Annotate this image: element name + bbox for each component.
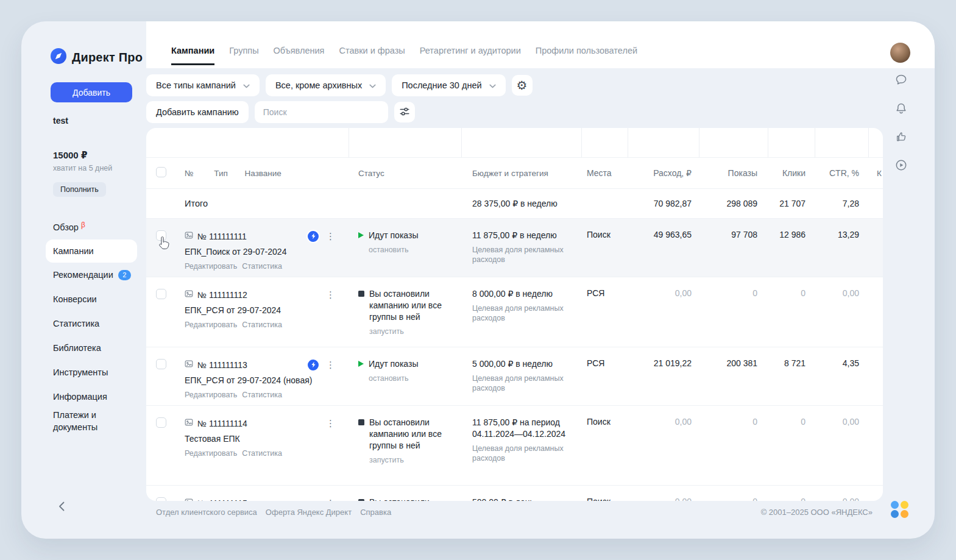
edit-link[interactable]: Редактировать — [185, 321, 237, 329]
footer-link-offer[interactable]: Оферта Яндекс Директ — [266, 508, 352, 517]
header-ctr: CTR, % — [815, 168, 868, 178]
edit-link[interactable]: Редактировать — [185, 262, 237, 271]
statistics-link[interactable]: Статистика — [242, 391, 282, 399]
status-action-link[interactable]: запустить — [369, 456, 456, 464]
add-button[interactable]: Добавить — [51, 82, 132, 102]
footer-link-help[interactable]: Справка — [360, 508, 391, 517]
sidebar-item-overview[interactable]: Обзор β — [51, 215, 143, 239]
tab-campaigns[interactable]: Кампании — [171, 46, 214, 65]
sidebar-item-conversions[interactable]: Конверсии — [51, 287, 143, 311]
stopped-status-icon — [358, 291, 364, 297]
status-action-link[interactable]: остановить — [369, 374, 418, 383]
campaign-number: № 111111111 — [197, 232, 247, 241]
topup-button[interactable]: Пополнить — [53, 182, 106, 197]
places-value: Поиск — [581, 406, 628, 427]
sidebar-collapse-button[interactable] — [54, 500, 69, 514]
header-clicks: Клики — [768, 168, 815, 178]
clicks-value: 0 — [768, 406, 815, 427]
campaign-type-filter[interactable]: Все типы кампаний — [146, 74, 260, 96]
sidebar-item-tools[interactable]: Инструменты — [51, 360, 143, 385]
tab-bids-phrases[interactable]: Ставки и фразы — [339, 46, 405, 65]
emoji-orange-icon — [901, 510, 908, 518]
right-rail — [894, 74, 908, 173]
edit-link[interactable]: Редактировать — [185, 391, 237, 399]
edit-link[interactable]: Редактировать — [185, 449, 237, 458]
gear-icon: ⚙ — [517, 79, 528, 91]
campaign-row: № 111111112 ⋮ ЕПК_РСЯ от 29-07-2024 Реда… — [146, 277, 883, 347]
row-menu-button[interactable]: ⋮ — [326, 232, 335, 241]
campaign-row: № 111111111 ⋮ ЕПК_Поиск от 29-07-2024 Ре… — [146, 219, 883, 277]
notifications-button[interactable] — [895, 102, 907, 116]
status-action-link[interactable]: запустить — [369, 327, 456, 336]
row-checkbox[interactable] — [156, 497, 166, 501]
campaign-name[interactable]: ЕПК_Поиск от 29-07-2024 — [185, 247, 342, 257]
app-title: Директ Про — [72, 51, 143, 65]
balance-note: хватит на 5 дней — [51, 164, 143, 172]
row-menu-button[interactable]: ⋮ — [326, 361, 335, 369]
select-all-checkbox[interactable] — [156, 167, 166, 177]
campaign-row: № 111111114 ⋮ Тестовая ЕПК Редактировать… — [146, 406, 883, 486]
sidebar-item-recommendations[interactable]: Рекомендации 2 — [51, 263, 143, 287]
clicks-value: 0 — [768, 486, 815, 501]
search-input[interactable] — [255, 101, 388, 123]
row-checkbox[interactable] — [156, 289, 166, 299]
video-help-button[interactable] — [895, 159, 907, 173]
row-menu-button[interactable]: ⋮ — [326, 419, 335, 428]
campaign-name[interactable]: Тестовая ЕПК — [185, 434, 342, 444]
ctr-value: 0,00 — [815, 406, 868, 427]
stopped-status-icon — [358, 419, 364, 425]
campaign-type-icon — [185, 289, 193, 300]
account-name[interactable]: test — [51, 116, 143, 126]
feedback-button[interactable] — [896, 131, 907, 144]
status-text: Вы остановили кампанию или все группы в … — [369, 288, 456, 323]
campaign-type-icon — [185, 418, 193, 429]
running-status-icon — [358, 232, 364, 238]
statistics-link[interactable]: Статистика — [242, 321, 282, 329]
sidebar-item-information[interactable]: Информация — [51, 385, 143, 409]
strategy-text: Целевая доля рекламных расходов — [472, 246, 573, 264]
boost-badge-icon — [306, 230, 320, 243]
shows-value: 0 — [699, 277, 768, 298]
screen: Директ Про Добавить test 15000 ₽ хватит … — [0, 0, 956, 560]
chevron-down-icon — [369, 80, 376, 90]
spend-value: 0,00 — [628, 277, 699, 298]
archive-filter[interactable]: Все, кроме архивных — [266, 74, 386, 96]
emoji-widget[interactable] — [891, 501, 909, 518]
tab-groups[interactable]: Группы — [229, 46, 258, 65]
row-menu-button[interactable]: ⋮ — [326, 291, 335, 299]
strategy-text: Целевая доля рекламных расходов — [472, 444, 573, 463]
row-checkbox[interactable] — [156, 359, 166, 369]
statistics-link[interactable]: Статистика — [242, 262, 282, 271]
totals-label: Итого — [175, 199, 349, 208]
clicks-value: 8 721 — [768, 347, 815, 368]
beta-marker: β — [81, 219, 85, 231]
period-filter[interactable]: Последние 30 дней — [392, 74, 505, 96]
tab-user-profiles[interactable]: Профили пользователей — [536, 46, 637, 65]
tab-ads[interactable]: Объявления — [274, 46, 325, 65]
places-value: Поиск — [581, 486, 628, 501]
sidebar-item-statistics[interactable]: Статистика — [51, 311, 143, 336]
tab-retargeting[interactable]: Ретаргетинг и аудитории — [420, 46, 521, 65]
campaign-name[interactable]: ЕПК_РСЯ от 29-07-2024 (новая) — [185, 375, 342, 385]
campaign-number: № 111111115 — [197, 498, 247, 502]
status-action-link[interactable]: остановить — [369, 246, 418, 254]
sidebar-menu: Обзор β Кампании Рекомендации 2 Конверси… — [51, 215, 143, 433]
row-checkbox[interactable] — [156, 417, 166, 428]
row-checkbox[interactable] — [156, 230, 166, 241]
sidebar-item-library[interactable]: Библиотека — [51, 336, 143, 360]
chat-button[interactable] — [895, 74, 907, 88]
sidebar-item-label: Обзор — [53, 221, 79, 233]
footer-link-support[interactable]: Отдел клиентского сервиса — [156, 508, 257, 517]
campaigns-table: № Тип Название Статус Бюджет и стратегия… — [146, 128, 883, 501]
add-campaign-button[interactable]: Добавить кампанию — [146, 101, 249, 123]
chevron-left-icon — [58, 502, 65, 513]
period-filter-value: Последние 30 дней — [402, 80, 481, 90]
sidebar-item-campaigns[interactable]: Кампании — [46, 239, 137, 263]
columns-settings-button[interactable] — [394, 102, 415, 122]
user-avatar[interactable] — [890, 43, 910, 63]
statistics-link[interactable]: Статистика — [242, 449, 282, 458]
sidebar-item-payments[interactable]: Платежи и документы — [51, 409, 143, 433]
campaign-name[interactable]: ЕПК_РСЯ от 29-07-2024 — [185, 305, 342, 315]
row-menu-button[interactable]: ⋮ — [326, 499, 335, 502]
settings-button[interactable]: ⚙ — [512, 75, 533, 96]
